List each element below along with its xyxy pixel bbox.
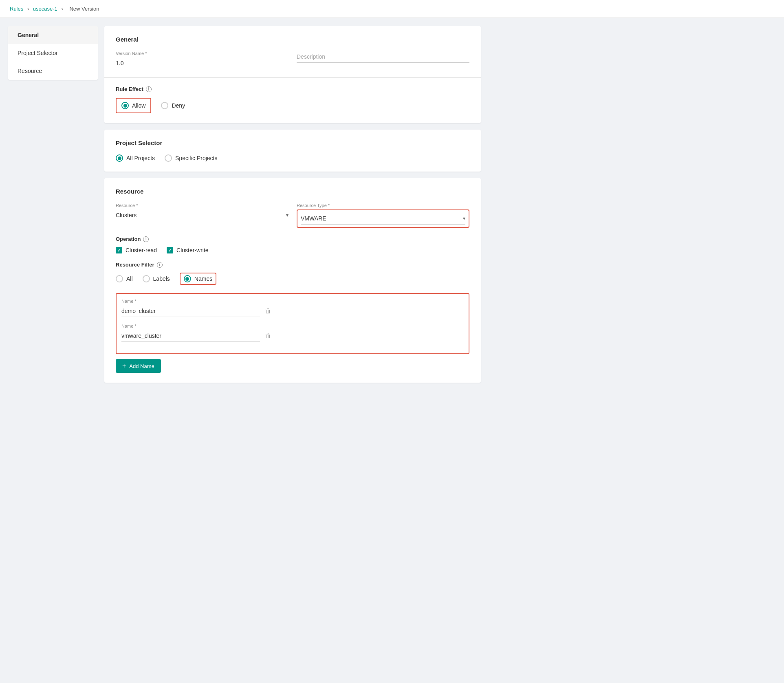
specific-projects-option[interactable]: Specific Projects (165, 154, 217, 162)
allow-radio-circle (121, 102, 129, 109)
resource-type-select-wrapper: VMWARE ▾ (301, 213, 465, 225)
resource-filter-info-icon[interactable]: i (157, 262, 163, 268)
resource-field-group: Resource * Clusters ▾ (116, 203, 288, 228)
general-title: General (116, 36, 469, 43)
resource-select-wrapper: Clusters ▾ (116, 209, 288, 221)
resource-type-select[interactable]: VMWARE (301, 213, 465, 224)
cluster-read-option[interactable]: Cluster-read (116, 247, 157, 253)
resource-filter-label: Resource Filter i (116, 262, 469, 268)
allow-label: Allow (132, 102, 145, 109)
rule-effect-info-icon[interactable]: i (146, 86, 152, 92)
project-selector-title: Project Selector (116, 139, 469, 146)
rule-effect-label-text: Rule Effect (116, 86, 143, 92)
filter-labels-label: Labels (153, 275, 170, 282)
add-name-plus-icon: + (122, 362, 126, 370)
all-projects-radio (116, 154, 123, 162)
allow-radio-option[interactable]: Allow (121, 102, 145, 109)
cluster-write-label: Cluster-write (176, 247, 209, 253)
deny-radio-option[interactable]: Deny (161, 102, 185, 109)
resource-section: Resource Resource * Clusters ▾ Resource … (104, 178, 481, 383)
project-selector-radio-group: All Projects Specific Projects (116, 154, 469, 162)
sidebar-item-resource[interactable]: Resource (8, 62, 98, 80)
resource-select[interactable]: Clusters (116, 209, 288, 221)
resource-field-label: Resource * (116, 203, 288, 208)
resource-type-label: Resource Type * (297, 203, 469, 208)
filter-names-radio (184, 275, 191, 282)
filter-all-option[interactable]: All (116, 275, 133, 282)
cluster-write-checkbox (167, 247, 173, 253)
name-field-group-1: Name * (121, 324, 260, 342)
resource-filter-section: Resource Filter i All Labels (116, 262, 469, 285)
name-label-1: Name * (121, 324, 260, 328)
main-content: General Version Name * Rule Effect i (104, 26, 481, 383)
filter-labels-radio (143, 275, 150, 282)
resource-type-field-group: Resource Type * VMWARE ▾ (297, 203, 469, 228)
all-projects-option[interactable]: All Projects (116, 154, 155, 162)
description-input[interactable] (297, 51, 469, 63)
operation-label: Operation i (116, 236, 469, 242)
filter-names-option[interactable]: Names (184, 275, 212, 282)
rule-effect-section: Rule Effect i Allow Deny (116, 86, 469, 113)
resource-filter-radio-group: All Labels Names (116, 273, 469, 285)
version-name-label: Version Name * (116, 51, 288, 56)
filter-names-highlight: Names (180, 273, 216, 285)
specific-projects-label: Specific Projects (175, 155, 217, 161)
cluster-read-label: Cluster-read (126, 247, 157, 253)
version-name-group: Version Name * (116, 51, 288, 69)
sidebar-item-general[interactable]: General (8, 26, 98, 44)
resource-type-highlight: VMWARE ▾ (297, 209, 469, 228)
sidebar: General Project Selector Resource (8, 26, 98, 80)
name-input-0[interactable] (121, 305, 260, 317)
sidebar-item-project-selector[interactable]: Project Selector (8, 44, 98, 62)
filter-all-label: All (126, 275, 133, 282)
specific-projects-radio (165, 154, 172, 162)
name-entry-0: Name * 🗑 (121, 299, 464, 317)
operation-info-icon[interactable]: i (143, 236, 149, 242)
cluster-write-option[interactable]: Cluster-write (167, 247, 209, 253)
name-entries-container: Name * 🗑 Name * 🗑 + (116, 293, 469, 373)
name-label-0: Name * (121, 299, 260, 304)
filter-all-radio (116, 275, 123, 282)
operation-checkbox-group: Cluster-read Cluster-write (116, 247, 469, 253)
description-group (297, 51, 469, 69)
deny-label: Deny (172, 102, 185, 109)
name-input-1[interactable] (121, 330, 260, 342)
name-entry-1: Name * 🗑 (121, 324, 464, 342)
operation-section: Operation i Cluster-read Cluster-write (116, 236, 469, 253)
breadcrumb-rules[interactable]: Rules (10, 6, 23, 12)
breadcrumb-usecase[interactable]: usecase-1 (33, 6, 57, 12)
rule-effect-radio-group: Allow Deny (116, 98, 469, 113)
project-selector-section: Project Selector All Projects Specific P… (104, 130, 481, 172)
resource-title: Resource (116, 188, 469, 195)
allow-option-highlight: Allow (116, 98, 151, 113)
breadcrumb: Rules › usecase-1 › New Version (0, 0, 784, 18)
version-name-input[interactable] (116, 57, 288, 69)
add-name-button[interactable]: + Add Name (116, 359, 161, 373)
deny-radio-circle (161, 102, 168, 109)
cluster-read-checkbox (116, 247, 122, 253)
name-field-group-0: Name * (121, 299, 260, 317)
resource-fields-row: Resource * Clusters ▾ Resource Type * VM… (116, 203, 469, 228)
delete-name-1[interactable]: 🗑 (265, 332, 271, 342)
all-projects-label: All Projects (126, 155, 155, 161)
filter-labels-option[interactable]: Labels (143, 275, 170, 282)
name-entries-highlight: Name * 🗑 Name * 🗑 (116, 293, 469, 354)
filter-names-label: Names (194, 275, 212, 282)
delete-name-0[interactable]: 🗑 (265, 307, 271, 317)
general-section: General Version Name * Rule Effect i (104, 26, 481, 123)
breadcrumb-current: New Version (69, 6, 99, 12)
